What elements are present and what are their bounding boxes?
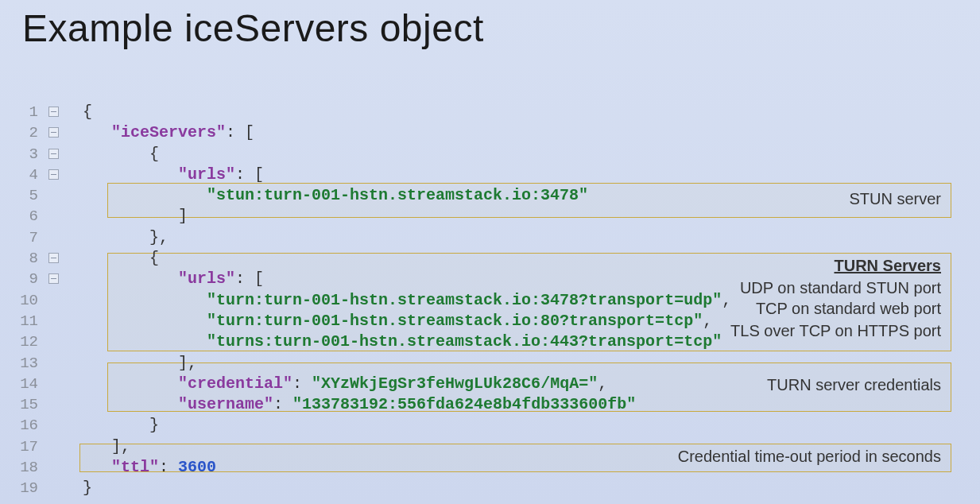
code-token: ]	[178, 207, 188, 225]
code-token: ],	[111, 437, 130, 456]
code-token: {	[83, 103, 92, 121]
line-number: 11	[0, 311, 46, 331]
code-line: 17 ],	[0, 436, 980, 457]
line-number: 16	[0, 415, 46, 436]
code-line: 15 "username": "133783192:556fda624e8b4f…	[0, 394, 980, 415]
code-key: "iceServers"	[111, 123, 226, 142]
code-token: :	[273, 395, 292, 413]
fold-icon[interactable]	[48, 169, 59, 180]
code-token: ,	[598, 374, 607, 393]
code-block: STUN server TURN Servers UDP on standard…	[0, 102, 980, 499]
code-string: "turn:turn-001-hstn.streamstack.io:3478?…	[207, 291, 722, 309]
code-token: },	[149, 228, 168, 246]
line-number: 10	[0, 290, 46, 311]
code-line: 11 "turn:turn-001-hstn.streamstack.io:80…	[0, 311, 980, 331]
code-line: 16 }	[0, 415, 980, 436]
code-token: {	[149, 145, 159, 163]
fold-icon[interactable]	[48, 149, 59, 159]
code-line: 10 "turn:turn-001-hstn.streamstack.io:34…	[0, 290, 980, 311]
code-number: 3600	[178, 458, 216, 476]
line-number: 7	[0, 227, 46, 248]
code-line: 18 "ttl": 3600	[0, 457, 980, 478]
code-line: 1{	[0, 102, 980, 122]
code-string: "stun:turn-001-hstn.streamstack.io:3478"	[207, 186, 588, 204]
code-token: : [	[235, 165, 264, 184]
code-token: }	[149, 416, 159, 434]
fold-icon[interactable]	[48, 253, 59, 263]
code-line: 5 "stun:turn-001-hstn.streamstack.io:347…	[0, 185, 980, 206]
code-token: ],	[178, 354, 197, 372]
code-line: 6 ]	[0, 206, 980, 227]
fold-icon[interactable]	[48, 273, 59, 284]
code-key: "ttl"	[111, 458, 159, 476]
code-token: ,	[722, 291, 731, 309]
line-number: 6	[0, 206, 46, 227]
code-token: }	[83, 479, 92, 497]
code-string: "turn:turn-001-hstn.streamstack.io:80?tr…	[207, 312, 703, 330]
code-string: "133783192:556fda624e8b4fdb333600fb"	[292, 395, 636, 413]
code-token: : [	[226, 123, 254, 142]
line-number: 4	[0, 165, 46, 185]
code-token: :	[159, 458, 178, 476]
code-line: 3 {	[0, 144, 980, 165]
line-number: 13	[0, 353, 46, 374]
code-line: 19}	[0, 478, 980, 498]
code-key: "credential"	[178, 374, 292, 393]
code-token: ,	[703, 312, 712, 330]
code-line: 14 "credential": "XYzWkjEgSr3feHwgLUk28C…	[0, 374, 980, 394]
code-string: "XYzWkjEgSr3feHwgLUk28C6/MqA="	[312, 374, 598, 393]
code-line: 13 ],	[0, 353, 980, 374]
code-line: 2 "iceServers": [	[0, 122, 980, 143]
code-key: "urls"	[178, 269, 235, 288]
line-number: 15	[0, 394, 46, 415]
code-line: 12 "turns:turn-001-hstn.streamstack.io:4…	[0, 331, 980, 352]
code-key: "urls"	[178, 165, 235, 184]
code-line: 9 "urls": [	[0, 269, 980, 289]
code-key: "username"	[178, 395, 273, 413]
line-number: 2	[0, 122, 46, 143]
line-number: 17	[0, 436, 46, 457]
code-token: : [	[235, 269, 264, 288]
line-number: 3	[0, 144, 46, 165]
fold-icon[interactable]	[48, 127, 59, 138]
code-line: 4 "urls": [	[0, 165, 980, 185]
line-number: 8	[0, 248, 46, 269]
line-number: 9	[0, 269, 46, 289]
code-line: 7 },	[0, 227, 980, 248]
line-number: 12	[0, 331, 46, 352]
line-number: 1	[0, 102, 46, 122]
line-number: 19	[0, 478, 46, 498]
code-string: "turns:turn-001-hstn.streamstack.io:443?…	[207, 332, 722, 351]
code-token: {	[149, 249, 159, 267]
line-number: 14	[0, 374, 46, 394]
code-token: :	[292, 374, 312, 393]
line-number: 5	[0, 185, 46, 206]
code-line: 8 {	[0, 248, 980, 269]
fold-icon[interactable]	[48, 107, 59, 117]
line-number: 18	[0, 457, 46, 478]
slide-title: Example iceServers object	[22, 6, 484, 50]
